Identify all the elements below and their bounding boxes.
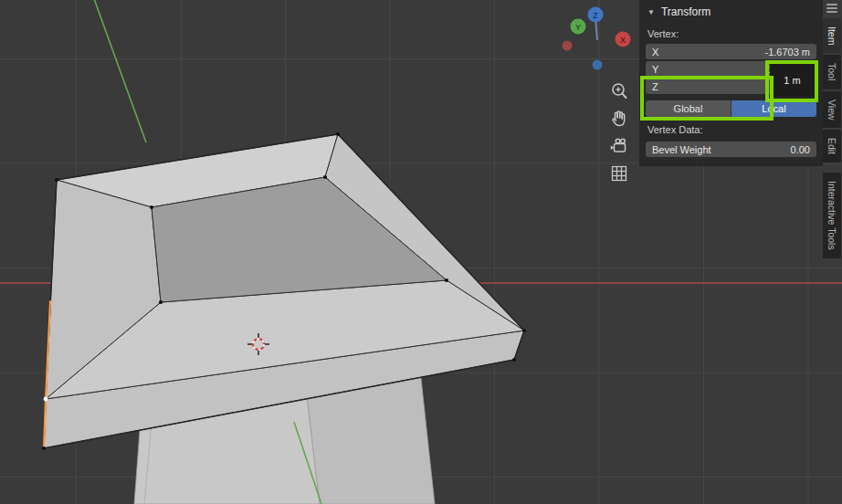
x-field-value: -1.6703 m — [764, 47, 810, 58]
tab-edit[interactable]: Edit — [823, 130, 841, 163]
vertex-section-label: Vertex: — [639, 24, 823, 44]
x-field-label: X — [652, 47, 658, 58]
perspective-toggle-button[interactable] — [608, 163, 630, 184]
z-value-callout: 1 m — [770, 64, 815, 97]
tab-interactive-tools[interactable]: Interactive Tools — [823, 173, 841, 258]
collapse-arrow-icon[interactable]: ▼ — [647, 8, 655, 16]
camera-view-button[interactable] — [608, 135, 630, 157]
mesh-object[interactable] — [42, 132, 526, 504]
panel-title: Transform — [661, 5, 710, 18]
orientation-toggle: Global Local — [646, 100, 816, 117]
tab-view[interactable]: View — [823, 91, 841, 129]
y-axis-line-back — [93, 0, 146, 142]
local-button[interactable]: Local — [731, 100, 816, 117]
gizmo-neg-x-axis[interactable] — [563, 41, 573, 51]
svg-text:Y: Y — [575, 23, 581, 32]
menu-icon[interactable] — [826, 4, 837, 13]
blender-3d-viewport[interactable]: Z Y X — [0, 0, 842, 504]
y-field-label: Y — [652, 64, 658, 75]
grid-icon — [608, 163, 630, 184]
transform-panel-header[interactable]: ▼ Transform — [639, 0, 823, 24]
camera-icon — [608, 135, 630, 157]
sidebar-tab-strip: Item Tool View Edit Interactive Tools — [823, 0, 842, 260]
svg-text:X: X — [620, 36, 626, 45]
navigation-gizmo[interactable]: Z Y X — [557, 4, 637, 80]
z-field-label: Z — [652, 81, 658, 92]
pan-button[interactable] — [608, 108, 630, 130]
bevel-weight-field[interactable]: Bevel Weight 0.00 — [646, 142, 816, 157]
tab-item[interactable]: Item — [823, 18, 841, 53]
selected-vertex — [44, 397, 48, 402]
viewport-toolbar — [608, 80, 630, 184]
vertex-x-field[interactable]: X -1.6703 m — [646, 44, 816, 59]
bevel-weight-value: 0.00 — [791, 144, 810, 155]
gizmo-z-axis[interactable]: Z — [588, 7, 604, 23]
global-button[interactable]: Global — [646, 100, 731, 117]
tab-tool[interactable]: Tool — [823, 55, 841, 89]
gizmo-x-axis[interactable]: X — [616, 32, 631, 47]
bevel-weight-label: Bevel Weight — [652, 144, 711, 155]
gizmo-neg-z-axis[interactable] — [593, 60, 603, 70]
gizmo-y-axis[interactable]: Y — [571, 19, 586, 35]
svg-text:Z: Z — [593, 11, 598, 20]
vertex-data-section-label: Vertex Data: — [639, 121, 823, 139]
zoom-icon — [608, 80, 630, 102]
hand-icon — [608, 108, 630, 130]
zoom-button[interactable] — [608, 80, 630, 102]
